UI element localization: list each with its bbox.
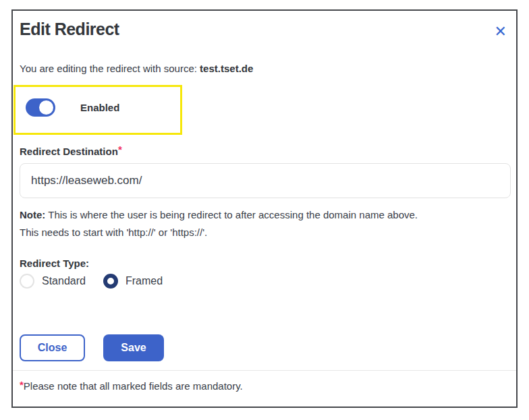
radio-framed-label: Framed [126,275,163,287]
redirect-destination-label-text: Redirect Destination [20,146,118,157]
enabled-toggle-highlight-box: Enabled [13,85,182,135]
toggle-knob [39,100,53,115]
required-asterisk: * [118,144,122,155]
redirect-destination-input[interactable] [20,163,511,198]
save-button[interactable]: Save [103,334,164,361]
note-prefix: Note: [20,209,45,220]
mandatory-fields-note: *Please note that all marked fields are … [20,379,509,392]
radio-standard[interactable] [20,274,34,289]
radio-framed[interactable] [103,274,118,289]
note-line1: This is where the user is being redirect… [45,209,418,220]
modal-header: Edit Redirect ✕ [20,20,509,38]
edit-redirect-modal: Edit Redirect ✕ You are editing the redi… [11,9,518,408]
redirect-source-value: test.tset.de [200,63,253,74]
redirect-type-options: Standard Framed [20,274,509,289]
radio-standard-label: Standard [42,275,86,287]
note-line2: This needs to start with 'http://' or 'h… [20,227,207,238]
close-icon[interactable]: ✕ [495,26,507,38]
enabled-toggle-label: Enabled [80,102,119,113]
intro-text-prefix: You are editing the redirect with source… [20,63,200,74]
redirect-type-label: Redirect Type: [20,258,509,270]
button-row: Close Save [20,334,509,361]
footer-divider [13,370,516,371]
page-background: Edit Redirect ✕ You are editing the redi… [0,0,529,420]
footer-text: Please note that all marked fields are m… [24,380,243,392]
enabled-toggle[interactable] [26,98,55,117]
note-text: Note: This is where the user is being re… [20,206,509,241]
intro-text: You are editing the redirect with source… [20,63,509,75]
close-button[interactable]: Close [20,334,85,361]
modal-title: Edit Redirect [20,20,509,38]
redirect-destination-label: Redirect Destination* [20,144,509,157]
